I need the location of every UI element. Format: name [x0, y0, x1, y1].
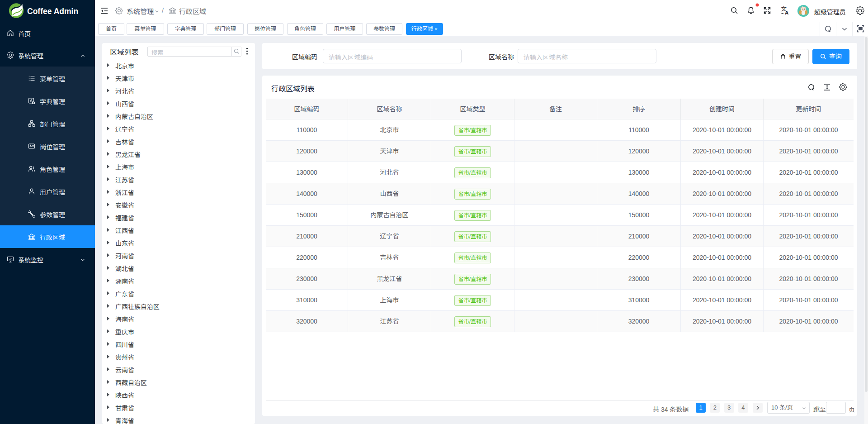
svg-text:A: A — [785, 10, 788, 15]
